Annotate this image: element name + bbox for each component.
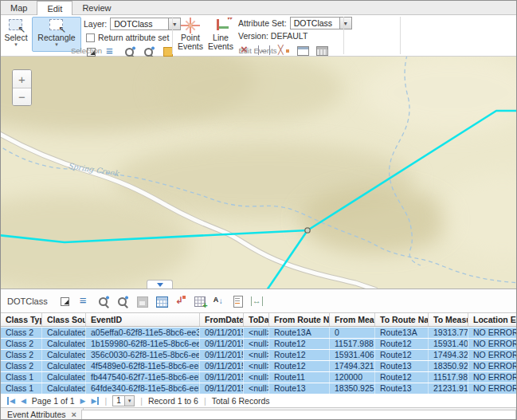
table-cell[interactable]: NO ERROR [468, 339, 517, 349]
last-page-button[interactable]: ▶ [91, 397, 99, 405]
table-cell[interactable]: Calculated [42, 383, 86, 394]
attribute-set-combobox[interactable]: DOTClass ▼ [290, 17, 352, 29]
table-cell[interactable]: <null> [244, 372, 269, 383]
table-cell[interactable]: NO ERROR [468, 372, 517, 383]
column-header[interactable]: From Measure [330, 313, 375, 326]
tab-review[interactable]: Review [72, 1, 120, 14]
table-cell[interactable]: 356c0030-62f8-11e5-8bc6-ee32641d5ec9 [86, 350, 200, 360]
previous-page-button[interactable]: ◀ [21, 397, 26, 405]
table-cell[interactable]: Class 2 [1, 339, 42, 349]
table-cell[interactable]: <null> [244, 339, 269, 349]
column-header[interactable]: From Route Name [269, 313, 330, 326]
table-cell[interactable]: Route12 [269, 361, 330, 371]
save-records-icon[interactable] [135, 295, 149, 308]
table-cell[interactable]: Class 1 [1, 372, 42, 383]
return-attribute-set-checkbox[interactable] [86, 33, 95, 42]
table-cell[interactable]: Route12 [375, 339, 429, 349]
table-row[interactable]: Class 1Calculatedfb447540-62f7-11e5-8bc6… [1, 372, 517, 383]
table-cell[interactable]: 120000 [330, 372, 375, 383]
table-cell[interactable]: 18350.925 [429, 361, 468, 371]
column-header[interactable]: Location Error [468, 313, 517, 326]
open-table-icon[interactable] [155, 295, 168, 308]
table-cell[interactable]: Calculated [42, 372, 86, 383]
table-cell[interactable]: Route12 [269, 350, 330, 360]
table-cell[interactable]: Route12 [375, 350, 429, 360]
table-cell[interactable]: 1b159980-62f8-11e5-8bc6-ee32641d5ec9 [86, 339, 200, 349]
table-cell[interactable]: Class 2 [1, 361, 42, 371]
layer-combobox[interactable]: DOTClass ▼ [110, 18, 181, 30]
column-header[interactable]: Class Type [1, 313, 42, 326]
table-cell[interactable]: 0 [330, 328, 375, 338]
column-header[interactable]: ToDate [244, 313, 269, 326]
table-cell[interactable]: <null> [244, 350, 269, 360]
collapse-fields-icon[interactable] [250, 295, 264, 308]
table-cell[interactable]: 4f5489e0-62f8-11e5-8bc6-ee32641d5ec9 [86, 361, 200, 371]
zoom-in-button[interactable]: + [13, 70, 31, 88]
pan-to-record-icon[interactable] [116, 295, 130, 308]
table-row[interactable]: Class 2Calculated356c0030-62f8-11e5-8bc6… [1, 350, 517, 361]
table-cell[interactable]: Calculated [42, 361, 86, 371]
table-cell[interactable]: <null> [244, 328, 269, 338]
table-row[interactable]: Class 2Calculated1b159980-62f8-11e5-8bc6… [1, 339, 517, 350]
table-cell[interactable]: 11517.988 [330, 339, 375, 349]
table-cell[interactable]: 64fde340-62f8-11e5-8bc6-ee32641d5ec9 [86, 383, 200, 394]
table-row[interactable]: Class 1Calculated64fde340-62f8-11e5-8bc6… [1, 383, 517, 394]
table-cell[interactable]: Route13A [269, 328, 330, 338]
table-cell[interactable]: Class 2 [1, 350, 42, 360]
next-page-button[interactable]: ▶ [80, 397, 86, 405]
close-icon[interactable]: × [72, 410, 76, 418]
table-cell[interactable]: NO ERROR [468, 383, 517, 394]
table-cell[interactable]: 17494.321 [330, 361, 375, 371]
table-cell[interactable]: NO ERROR [468, 361, 517, 371]
first-page-button[interactable]: ◀ [7, 397, 15, 405]
sort-records-icon[interactable] [212, 295, 225, 308]
chevron-down-icon[interactable]: ▼ [339, 18, 351, 29]
table-cell[interactable]: Route13 [375, 361, 429, 371]
column-header[interactable]: To Route Name [375, 313, 429, 326]
table-cell[interactable]: 09/11/2015 [200, 372, 244, 383]
table-cell[interactable]: Route13A [375, 328, 429, 338]
show-all-records-icon[interactable] [78, 295, 92, 308]
column-header[interactable]: FromDate [200, 313, 244, 326]
table-cell[interactable]: Class 2 [1, 328, 42, 338]
route-junction-marker[interactable] [305, 228, 310, 233]
table-cell[interactable]: 09/11/2015 [200, 350, 244, 360]
table-cell[interactable]: NO ERROR [468, 350, 517, 360]
table-cell[interactable]: fb447540-62f7-11e5-8bc6-ee32641d5ec9 [86, 372, 200, 383]
table-cell[interactable]: NO ERROR [468, 328, 517, 338]
zoom-to-record-icon[interactable] [97, 295, 111, 308]
table-cell[interactable]: 09/11/2015 [200, 328, 244, 338]
table-cell[interactable]: Calculated [42, 328, 86, 338]
table-cell[interactable]: Route11 [269, 372, 330, 383]
tab-edit[interactable]: Edit [37, 1, 72, 15]
column-header[interactable]: To Measure [429, 313, 468, 326]
table-cell[interactable]: Route12 [375, 372, 429, 383]
column-header[interactable]: Class Source [42, 313, 86, 326]
column-header[interactable]: EventID [86, 313, 200, 326]
zoom-out-button[interactable]: − [13, 88, 31, 105]
table-cell[interactable]: 09/11/2015 [200, 361, 244, 371]
tab-map[interactable]: Map [1, 1, 37, 14]
append-records-icon[interactable] [193, 295, 206, 308]
table-cell[interactable]: Calculated [42, 339, 86, 349]
table-cell[interactable]: Calculated [42, 350, 86, 360]
table-cell[interactable]: 09/11/2015 [200, 383, 244, 394]
table-row[interactable]: Class 2Calculateda05effa0-62f8-11e5-8bc6… [1, 328, 517, 339]
table-cell[interactable]: a05effa0-62f8-11e5-8bc6-ee32641d5ec9 [86, 328, 200, 338]
form-view-icon[interactable] [231, 295, 245, 308]
table-cell[interactable]: 11517.988 [429, 372, 468, 383]
page-select-dropdown[interactable]: 1 ▼ [112, 395, 135, 406]
select-records-icon[interactable] [59, 295, 72, 308]
table-cell[interactable]: 15931.406 [429, 339, 468, 349]
table-cell[interactable]: 19313.774 [429, 328, 468, 338]
table-cell[interactable]: Route12 [269, 339, 330, 349]
table-cell[interactable]: 15931.406 [330, 350, 375, 360]
table-cell[interactable]: Route13 [375, 383, 429, 394]
remove-record-icon[interactable] [174, 295, 187, 308]
table-cell[interactable]: <null> [244, 361, 269, 371]
table-row[interactable]: Class 2Calculated4f5489e0-62f8-11e5-8bc6… [1, 361, 517, 372]
chevron-down-icon[interactable]: ▼ [124, 396, 134, 406]
table-cell[interactable]: <null> [244, 383, 269, 394]
table-cell[interactable]: Class 1 [1, 383, 42, 394]
tab-event-attributes[interactable]: Event Attributes × [1, 408, 84, 420]
